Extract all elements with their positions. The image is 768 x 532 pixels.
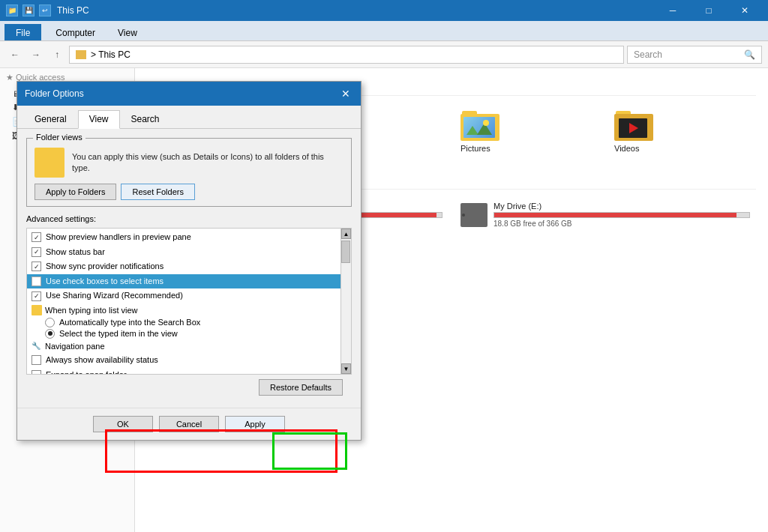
tab-computer[interactable]: Computer [44,24,106,40]
folder-views-label: Folder views [33,133,86,142]
setting-availability-status[interactable]: Always show availability status [27,353,351,368]
dialog-tab-general[interactable]: General [23,110,78,128]
dialog-footer: OK Cancel Apply [17,408,361,440]
close-button[interactable]: ✕ [728,0,762,21]
folder-pictures-label: Pictures [460,144,490,153]
folder-videos-label: Videos [614,144,639,153]
radio-select-typed[interactable]: Select the typed item in the view [27,328,351,339]
minimize-button[interactable]: ─ [656,0,690,21]
undo-icon[interactable]: ↩ [39,4,51,16]
search-placeholder: Search [634,49,662,60]
radio-btn-select-typed[interactable] [45,329,55,339]
section-nav-pane: Navigation pane [27,339,351,353]
tab-file[interactable]: File [4,24,41,40]
setting-preview-handlers[interactable]: Show preview handlers in preview pane [27,230,351,245]
checkbox-status-bar[interactable] [32,247,41,257]
folder-options-dialog: Folder Options ✕ General View Search Fol… [16,81,362,441]
settings-list-inner: Show preview handlers in preview pane Sh… [27,229,351,375]
checkbox-expand-folder[interactable] [32,370,41,375]
folder-videos[interactable]: Videos [608,102,756,159]
dialog-tabs: General View Search [17,106,361,129]
dialog-title: Folder Options [25,88,84,99]
window-controls: ─ □ ✕ [656,0,762,21]
folder-pictures-icon [460,108,500,141]
checkbox-preview-handlers[interactable] [32,232,41,242]
ok-button[interactable]: OK [93,416,153,432]
drive-e[interactable]: My Drive (E:) 18.8 GB free of 366 GB [454,196,756,234]
setting-sharing-wizard[interactable]: Use Sharing Wizard (Recommended) [27,288,351,303]
folder-pictures[interactable]: Pictures [454,102,602,159]
setting-expand-folder[interactable]: Expand to open folder [27,368,351,375]
path-text: > This PC [91,49,130,60]
radio-btn-search-box[interactable] [45,318,55,327]
section-typing: When typing into list view [27,303,351,317]
scrollbar-thumb[interactable] [341,241,350,263]
setting-status-bar[interactable]: Show status bar [27,245,351,260]
checkbox-sharing-wizard[interactable] [32,291,41,301]
address-bar: ← → ↑ > This PC Search 🔍 [0,41,768,68]
path-folder-icon [76,50,86,59]
save-icon[interactable]: 💾 [22,4,34,16]
folder-views-group: Folder views You can apply this view (su… [26,138,352,207]
dialog-close-button[interactable]: ✕ [338,86,353,101]
drive-e-free: 18.8 GB free of 366 GB [494,220,750,228]
checkbox-availability-status[interactable] [32,355,41,365]
address-path[interactable]: > This PC [69,46,624,64]
folder-views-description: You can apply this view (such as Details… [72,151,344,175]
checkbox-check-boxes[interactable] [32,276,41,286]
setting-check-boxes[interactable]: Use check boxes to select items [27,274,351,289]
scrollbar-track[interactable]: ▲ ▼ [340,229,351,374]
drive-e-bar [494,212,750,218]
drive-e-fill [494,213,736,217]
forward-button[interactable]: → [27,46,45,64]
drive-e-label: My Drive (E:) [494,202,750,211]
folder-videos-icon [614,108,653,141]
window-title: This PC [57,5,89,16]
up-button[interactable]: ↑ [48,46,66,64]
apply-to-folders-button[interactable]: Apply to Folders [34,184,116,200]
dialog-title-bar: Folder Options ✕ [17,82,361,106]
dialog-body: Folder views You can apply this view (su… [17,129,361,408]
advanced-settings-label: Advanced settings: [26,214,352,223]
folder-views-folder-icon [34,148,64,178]
search-icon: 🔍 [744,49,755,60]
reset-folders-button[interactable]: Reset Folders [121,184,194,200]
radio-search-box[interactable]: Automatically type into the Search Box [27,317,351,328]
section-nav-pane-icon [32,341,42,351]
folder-views-content: You can apply this view (such as Details… [34,148,344,178]
ribbon-tabs: File Computer View [0,21,768,40]
title-bar-icons: 📁 💾 ↩ [6,4,51,16]
title-bar: 📁 💾 ↩ This PC ─ □ ✕ [0,0,768,21]
cancel-button[interactable]: Cancel [159,416,219,432]
settings-list[interactable]: Show preview handlers in preview pane Sh… [26,228,352,375]
checkbox-sync-notifications[interactable] [32,262,41,271]
tab-view[interactable]: View [106,24,148,40]
restore-defaults-area: Restore Defaults [26,375,352,399]
dialog-tab-search[interactable]: Search [120,110,171,128]
section-typing-icon [32,305,42,315]
back-button[interactable]: ← [6,46,24,64]
ribbon: File Computer View [0,21,768,41]
folder-views-buttons: Apply to Folders Reset Folders [34,184,344,200]
quick-access-icon: 📁 [6,4,18,16]
apply-button[interactable]: Apply [225,416,285,432]
search-input-box[interactable]: Search 🔍 [627,46,762,64]
dialog-tab-view[interactable]: View [78,110,120,129]
maximize-button[interactable]: □ [692,0,726,21]
setting-sync-notifications[interactable]: Show sync provider notifications [27,259,351,274]
restore-defaults-button[interactable]: Restore Defaults [259,379,343,396]
